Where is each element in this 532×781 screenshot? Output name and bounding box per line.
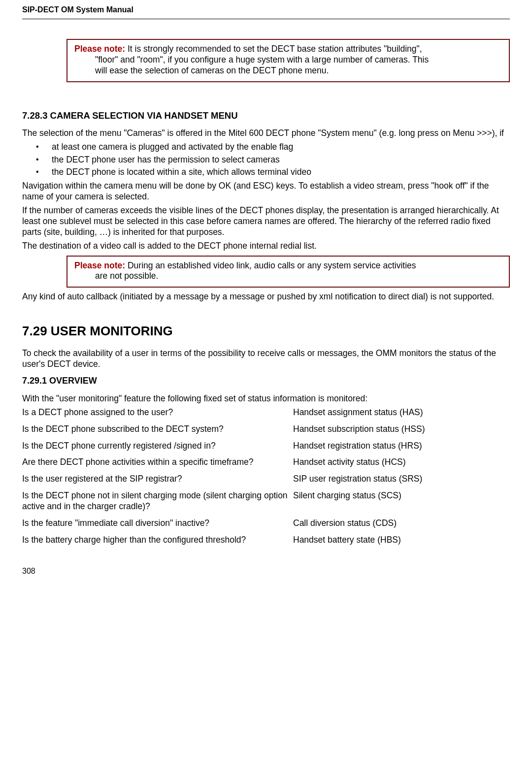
page-number: 308 xyxy=(22,552,510,576)
status-question: Is the feature "immediate call diversion… xyxy=(22,518,293,529)
status-answer: SIP user registration status (SRS) xyxy=(293,474,510,485)
status-question: Is the DECT phone not in silent charging… xyxy=(22,490,293,512)
status-question: Are there DECT phone activities within a… xyxy=(22,457,293,468)
status-row: Is the DECT phone subscribed to the DECT… xyxy=(22,424,510,435)
status-answer: Handset assignment status (HAS) xyxy=(293,407,510,418)
status-table: Is a DECT phone assigned to the user?Han… xyxy=(22,407,510,546)
status-row: Is the battery charge higher than the co… xyxy=(22,535,510,546)
list-item: at least one camera is plugged and activ… xyxy=(36,142,510,153)
status-answer: Call diversion status (CDS) xyxy=(293,518,510,529)
heading-7-29-1: 7.29.1 OVERVIEW xyxy=(22,375,510,387)
list-item: the DECT phone user has the permission t… xyxy=(36,155,510,165)
status-row: Is a DECT phone assigned to the user?Han… xyxy=(22,407,510,418)
paragraph: To check the availability of a user in t… xyxy=(22,348,510,370)
list-item: the DECT phone is located within a site,… xyxy=(36,167,510,178)
paragraph: Any kind of auto callback (initiated by … xyxy=(22,292,510,302)
paragraph: Navigation within the camera menu will b… xyxy=(22,181,510,202)
status-question: Is the user registered at the SIP regist… xyxy=(22,474,293,485)
note-text: will ease the selection of cameras on th… xyxy=(74,65,502,76)
header-rule xyxy=(22,19,510,19)
status-answer: Handset activity status (HCS) xyxy=(293,457,510,468)
note-lead: Please note: xyxy=(74,260,125,270)
status-row: Are there DECT phone activities within a… xyxy=(22,457,510,468)
note-text: It is strongly recommended to set the DE… xyxy=(125,44,422,54)
status-question: Is the DECT phone currently registered /… xyxy=(22,441,293,452)
status-answer: Silent charging status (SCS) xyxy=(293,490,510,512)
status-row: Is the user registered at the SIP regist… xyxy=(22,474,510,485)
note-box-2: Please note: During an established video… xyxy=(66,256,510,288)
bullet-list: at least one camera is plugged and activ… xyxy=(36,142,510,178)
heading-7-28-3: 7.28.3 CAMERA SELECTION VIA HANDSET MENU xyxy=(22,110,510,121)
status-row: Is the DECT phone not in silent charging… xyxy=(22,490,510,512)
note-lead: Please note: xyxy=(74,44,125,54)
paragraph: The destination of a video call is added… xyxy=(22,241,510,252)
status-answer: Handset battery state (HBS) xyxy=(293,535,510,546)
status-row: Is the feature "immediate call diversion… xyxy=(22,518,510,529)
running-header: SIP-DECT OM System Manual xyxy=(22,0,510,19)
paragraph: With the "user monitoring" feature the f… xyxy=(22,393,510,404)
note-text: "floor" and "room", if you configure a h… xyxy=(74,55,502,65)
status-question: Is the battery charge higher than the co… xyxy=(22,535,293,546)
status-answer: Handset registration status (HRS) xyxy=(293,441,510,452)
status-question: Is a DECT phone assigned to the user? xyxy=(22,407,293,418)
note-box-1: Please note: It is strongly recommended … xyxy=(66,39,510,82)
note-text: are not possible. xyxy=(74,271,502,282)
heading-7-29: 7.29 USER MONITORING xyxy=(22,323,510,339)
status-row: Is the DECT phone currently registered /… xyxy=(22,441,510,452)
note-text: During an established video link, audio … xyxy=(125,260,416,270)
paragraph: The selection of the menu "Cameras" is o… xyxy=(22,128,510,139)
paragraph: If the number of cameras exceeds the vis… xyxy=(22,205,510,238)
status-answer: Handset subscription status (HSS) xyxy=(293,424,510,435)
status-question: Is the DECT phone subscribed to the DECT… xyxy=(22,424,293,435)
